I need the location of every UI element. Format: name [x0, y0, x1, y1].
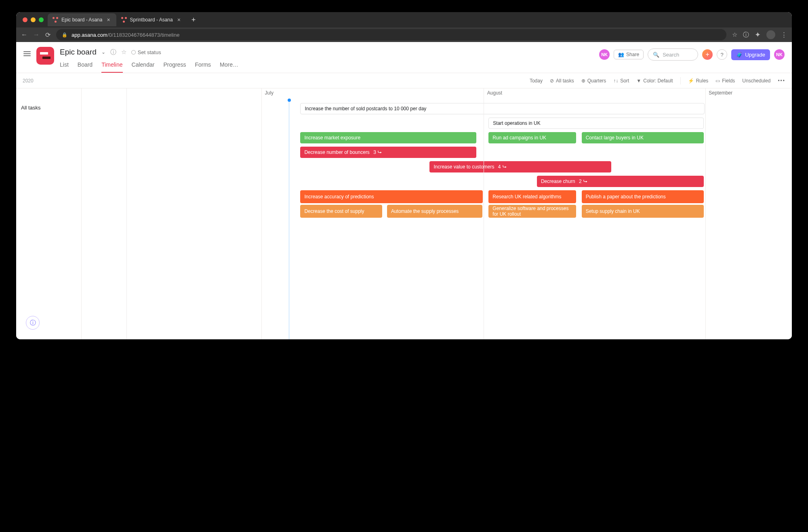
task-bar[interactable]: Contact large buyers in UK [582, 132, 704, 143]
task-bar[interactable]: Setup supply chain in UK [582, 205, 704, 218]
zoom-icon: ⊕ [581, 78, 585, 84]
close-window-icon[interactable] [23, 17, 27, 22]
help-button[interactable]: ? [717, 49, 727, 60]
help-fab[interactable]: ⓘ [26, 316, 40, 330]
extensions-icon[interactable]: ✦ [755, 30, 761, 39]
fields-button[interactable]: ▭Fields [715, 78, 735, 84]
address-bar: ← → ⟳ 🔒 app.asana.com/0/1183204676644873… [16, 27, 792, 42]
task-label: Run ad campaigns in UK [492, 135, 546, 141]
task-bar[interactable]: Increase accuracy of predictions [300, 190, 483, 203]
task-label: Start operations in UK [493, 120, 540, 126]
search-placeholder: Search [663, 52, 679, 58]
nav-tab-more[interactable]: More… [220, 61, 238, 73]
nav-tab-timeline[interactable]: Timeline [101, 61, 122, 73]
close-tab-icon[interactable]: × [105, 17, 111, 23]
task-bar[interactable]: Decrease number of bouncers 3 [300, 147, 476, 158]
unscheduled-button[interactable]: Unscheduled [742, 78, 770, 84]
browser-tab[interactable]: Epic board - Asana× [48, 13, 116, 26]
sort-icon: ↑↓ [613, 78, 618, 84]
more-options-button[interactable]: ••• [778, 78, 785, 84]
today-marker-line [289, 100, 289, 339]
browser-tab[interactable]: Sprintboard - Asana× [116, 13, 187, 26]
timeline-canvas[interactable]: JulyAugustSeptember Increase the number … [82, 88, 792, 339]
nav-tab-board[interactable]: Board [78, 61, 93, 73]
maximize-window-icon[interactable] [39, 17, 44, 22]
grid-divider [705, 88, 706, 339]
close-tab-icon[interactable]: × [176, 17, 182, 23]
fields-icon: ▭ [715, 78, 720, 84]
task-label: Setup supply chain in UK [586, 208, 640, 214]
nav-tab-progress[interactable]: Progress [163, 61, 186, 73]
nav-tab-list[interactable]: List [60, 61, 69, 73]
task-label: Decrease the cost of supply [304, 208, 364, 214]
search-input[interactable]: 🔍 Search [648, 48, 698, 61]
user-avatar[interactable]: NK [774, 49, 785, 60]
chevron-down-icon[interactable]: ⌄ [101, 49, 105, 55]
header-main: Epic board ⌄ ⓘ ☆ Set status ListBoardTim… [60, 46, 593, 73]
share-button[interactable]: 👥 Share [614, 50, 644, 59]
project-title[interactable]: Epic board [60, 48, 97, 57]
timeline-toolbar: 2020 Today ⊘All tasks ⊕Quarters ↑↓Sort ▼… [16, 73, 792, 88]
task-label: Increase accuracy of predictions [304, 194, 374, 200]
minimize-window-icon[interactable] [31, 17, 36, 22]
task-bar[interactable]: Increase the number of sold postcards to… [300, 103, 704, 114]
upgrade-button[interactable]: 🧳 Upgrade [731, 49, 770, 60]
sidebar-toggle[interactable] [23, 46, 31, 57]
task-bar[interactable]: Automate the supply processes [387, 205, 482, 218]
star-icon[interactable]: ☆ [732, 31, 737, 38]
project-icon[interactable] [36, 47, 54, 65]
tab-title: Epic board - Asana [61, 17, 102, 23]
filter-all-tasks[interactable]: ⊘All tasks [550, 78, 574, 84]
nav-tab-calendar[interactable]: Calendar [132, 61, 155, 73]
subtask-count: 4 [497, 164, 507, 170]
today-button[interactable]: Today [530, 78, 543, 84]
project-info-icon[interactable]: ⓘ [110, 48, 116, 56]
set-status-button[interactable]: Set status [131, 49, 161, 55]
url-path: /0/1183204676644873/timeline [107, 32, 180, 38]
task-bar[interactable]: Start operations in UK [488, 118, 704, 129]
tab-title: Sprintboard - Asana [130, 17, 173, 23]
asana-favicon [53, 17, 58, 23]
browser-menu-icon[interactable]: ⋮ [781, 31, 787, 38]
section-label[interactable]: All tasks [21, 105, 76, 111]
lightning-icon: ⚡ [688, 78, 694, 84]
nav-tab-forms[interactable]: Forms [195, 61, 211, 73]
task-bar[interactable]: Publish a paper about the predictions [582, 190, 704, 203]
upgrade-label: Upgrade [745, 52, 765, 58]
member-avatar[interactable]: NK [599, 49, 610, 60]
check-circle-icon: ⊘ [550, 78, 554, 84]
url-input[interactable]: 🔒 app.asana.com/0/1183204676644873/timel… [56, 29, 726, 40]
toolbar-separator [680, 77, 681, 84]
task-bar[interactable]: Generalize software and processes for UK… [488, 205, 576, 218]
year-label: 2020 [23, 78, 34, 84]
sort-button[interactable]: ↑↓Sort [613, 78, 629, 84]
task-label: Generalize software and processes for UK… [492, 206, 572, 217]
new-tab-button[interactable]: + [187, 16, 201, 24]
task-bar[interactable]: Increase value to customers 4 [429, 161, 611, 172]
task-bar[interactable]: Increase market exposure [300, 132, 476, 143]
favorite-star-icon[interactable]: ☆ [121, 48, 126, 56]
task-bar[interactable]: Research UK related algorithms [488, 190, 576, 203]
back-button[interactable]: ← [21, 31, 27, 38]
info-icon[interactable]: ⓘ [743, 31, 749, 39]
grid-divider [126, 88, 127, 339]
task-bar[interactable]: Decrease churn 2 [537, 176, 704, 187]
task-bar[interactable]: Run ad campaigns in UK [488, 132, 576, 143]
window-controls[interactable] [20, 17, 48, 22]
profile-avatar[interactable] [766, 30, 775, 39]
task-label: Increase value to customers [433, 164, 494, 170]
create-button[interactable]: + [702, 49, 713, 60]
zoom-quarters[interactable]: ⊕Quarters [581, 78, 606, 84]
rules-button[interactable]: ⚡Rules [688, 78, 709, 84]
forward-button[interactable]: → [33, 31, 40, 38]
task-label: Research UK related algorithms [492, 194, 561, 200]
project-nav-tabs: ListBoardTimelineCalendarProgressFormsMo… [60, 61, 593, 73]
header-right: NK 👥 Share 🔍 Search + ? 🧳 Upgrade NK [599, 46, 785, 61]
month-label: July [265, 90, 274, 96]
color-button[interactable]: ▼Color: Default [636, 78, 673, 84]
task-bar[interactable]: Decrease the cost of supply [300, 205, 382, 218]
url-host: app.asana.com [72, 32, 107, 38]
reload-button[interactable]: ⟳ [45, 31, 50, 39]
subtask-count: 2 [578, 179, 588, 184]
asana-favicon [121, 17, 127, 23]
